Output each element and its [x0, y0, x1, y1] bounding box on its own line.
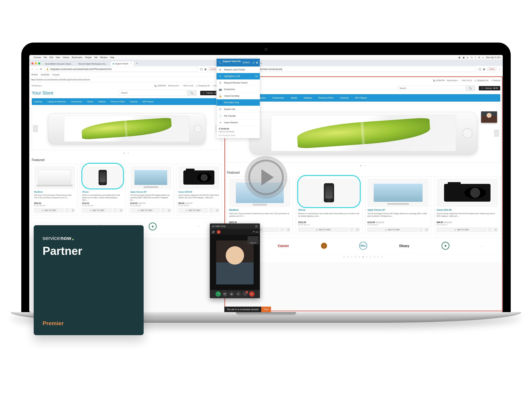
shopping-cart-link[interactable]: 🛒 Shopping Cart: [474, 79, 488, 81]
apps-shortcut[interactable]: ⊞ Apps: [32, 73, 38, 76]
tool-leave-session[interactable]: ⇥Leave Session: [216, 119, 260, 126]
search-input[interactable]: [119, 90, 187, 96]
nav-item[interactable]: MP3 Players: [352, 94, 370, 101]
settings-icon[interactable]: ⚙: [256, 61, 258, 64]
menubar-item[interactable]: Bookmarks: [72, 56, 82, 59]
nav-item[interactable]: Laptops & Notebooks: [45, 98, 69, 105]
product-card[interactable]: iPhone iPhone is a revolutionary new mob…: [296, 176, 362, 234]
nav-item[interactable]: Components: [269, 94, 287, 101]
nav-item[interactable]: Tablets: [84, 98, 95, 105]
cart-button[interactable]: 🛒 0 item(s) - $0.00: [479, 86, 500, 90]
carousel-next-icon[interactable]: ›: [481, 245, 482, 247]
battery-icon[interactable]: ▭: [482, 56, 484, 59]
product-card[interactable]: Apple Cinema 30" The 30-inch Apple Cinem…: [365, 176, 431, 234]
compare-icon[interactable]: ⇄: [70, 208, 75, 213]
compare-icon[interactable]: ⇄: [424, 228, 429, 232]
expand-icon[interactable]: ⤢: [253, 61, 254, 64]
wishlist-icon[interactable]: ♡: [349, 228, 354, 232]
browser-tab[interactable]: Record | Agent Workspace | Sc…: [76, 62, 110, 66]
reload-icon[interactable]: ⟳: [40, 68, 42, 71]
nav-item[interactable]: Cameras: [337, 94, 352, 101]
brand-logo-dell[interactable]: DELL: [359, 242, 367, 250]
mic-button[interactable]: 🎤: [215, 291, 221, 297]
window-controls[interactable]: [32, 63, 40, 64]
add-to-cart-button[interactable]: 🛒 ADD TO CART: [130, 208, 160, 213]
panel-header[interactable]: 🔧 Support Tools Pin : 625843 ⤢ ⚙: [216, 59, 260, 66]
tool-system-info[interactable]: ⓘSystem Info: [216, 106, 260, 113]
close-icon[interactable]: ×: [131, 63, 132, 65]
brand-logo-canon[interactable]: Canon: [278, 244, 289, 248]
tool-unlock-scrolling[interactable]: 🔓Unlock Scrolling: [216, 93, 260, 99]
close-icon[interactable]: ×: [255, 225, 258, 228]
nav-item[interactable]: Phones & PDAs: [108, 98, 127, 105]
add-to-cart-button[interactable]: 🛒 ADD TO CART: [298, 228, 348, 232]
video-chat-window[interactable]: 📹 Video Chat × 🔗 ● 🎤 Joe Steve S 🎤: [210, 223, 260, 298]
clock[interactable]: Mon Apr 5 18:4: [486, 56, 500, 59]
wishlist-icon[interactable]: ♡: [209, 208, 214, 213]
forward-icon[interactable]: →: [35, 68, 38, 70]
store-logo[interactable]: Your Store: [32, 90, 53, 96]
carousel-dots[interactable]: ● ○: [32, 150, 222, 155]
bluetooth-icon[interactable]: ᛒ: [475, 56, 476, 59]
my-account-link[interactable]: My Account ▾: [447, 79, 457, 81]
wishlist-link[interactable]: ♡ Wish List (0): [460, 79, 472, 81]
bookmark-item[interactable]: Console: [52, 74, 59, 76]
more-button[interactable]: ⋯: [242, 291, 248, 297]
tool-highlighter[interactable]: ✎Highlighter is ONON: [216, 73, 260, 80]
product-card[interactable]: iPhone iPhone is a revolutionary new mob…: [80, 164, 125, 215]
tool-laser-pointer[interactable]: ➤Request Laser Pointer: [216, 66, 260, 73]
add-to-cart-button[interactable]: 🛒 ADD TO CART: [437, 228, 487, 232]
menubar-item[interactable]: Help: [110, 56, 114, 59]
nav-item[interactable]: Software: [300, 94, 315, 101]
shopping-cart-link[interactable]: 🛒 Shopping Cart: [196, 85, 210, 87]
bookmark-item[interactable]: Ven05266: [41, 74, 50, 76]
pip-video-thumbnail[interactable]: [481, 111, 497, 123]
browser-tab[interactable]: ScreenMeet | Account | Servic…: [43, 62, 75, 66]
status-icon[interactable]: ▣: [463, 56, 465, 59]
status-icon[interactable]: ⌥: [470, 56, 473, 59]
add-to-cart-button[interactable]: 🛒 ADD TO CART: [82, 208, 112, 213]
product-card[interactable]: Canon EOS 5D Canon's press material for …: [434, 176, 500, 234]
wishlist-icon[interactable]: ♡: [65, 208, 69, 213]
nav-item[interactable]: Tablets: [287, 94, 300, 101]
extension-icon[interactable]: ◳: [200, 68, 203, 71]
compare-icon[interactable]: ⇄: [355, 228, 360, 232]
wishlist-link[interactable]: ♡ Wish List (0): [181, 85, 193, 87]
nav-item[interactable]: Desktops: [32, 98, 45, 105]
address-bar[interactable]: 🔒cbdemo-sn.screenmeet.com/assist.php: [239, 67, 477, 71]
tool-screenshot[interactable]: 📷Screenshot: [216, 86, 260, 93]
screen-share-button[interactable]: 🖥: [229, 291, 234, 297]
play-button-overlay[interactable]: [245, 156, 287, 199]
wishlist-icon[interactable]: ♡: [161, 208, 166, 213]
record-icon[interactable]: ●: [217, 230, 221, 234]
add-to-cart-button[interactable]: 🛒 ADD TO CART: [34, 208, 64, 213]
search-button[interactable]: 🔍: [187, 90, 197, 96]
compare-icon[interactable]: ⇄: [215, 208, 219, 213]
new-tab-button[interactable]: +: [135, 61, 139, 66]
menubar-item[interactable]: Window: [100, 56, 108, 59]
menubar-app[interactable]: Chrome: [33, 56, 41, 59]
nav-item[interactable]: Software: [95, 98, 108, 105]
brand-logo-disney[interactable]: Disney: [399, 244, 410, 248]
camera-button[interactable]: 📷: [222, 291, 228, 297]
status-icon[interactable]: ◧: [459, 56, 461, 59]
compare-icon[interactable]: ⇄: [119, 208, 123, 213]
menu-icon[interactable]: ⋮: [498, 68, 501, 71]
currency-selector[interactable]: $ Currency ▾: [32, 85, 42, 87]
product-card[interactable]: Canon EOS 5D Canon's press material for …: [176, 164, 222, 215]
brand-logo-starbucks[interactable]: ★: [149, 222, 157, 230]
back-icon[interactable]: ←: [31, 68, 34, 70]
add-to-cart-button[interactable]: 🛒 ADD TO CART: [178, 208, 208, 213]
nav-item[interactable]: MP3 Players: [140, 98, 156, 105]
carousel-next-icon[interactable]: ›: [198, 225, 199, 228]
product-card[interactable]: MacBook Intel Core 2 Duo processor Power…: [32, 164, 77, 215]
search-button[interactable]: 🔍: [465, 85, 475, 91]
carousel-next-icon[interactable]: ›: [494, 130, 499, 137]
embedded-url-bar[interactable]: https://cbdemo-sn.screenmeet.com/index.p…: [29, 77, 224, 82]
draw-button[interactable]: ✎: [236, 291, 241, 297]
video-chat-titlebar[interactable]: 📹 Video Chat ×: [210, 224, 260, 229]
nav-item[interactable]: Cameras: [127, 98, 140, 105]
wishlist-icon[interactable]: ♡: [113, 208, 118, 213]
link-icon[interactable]: 🔗: [211, 230, 215, 234]
extension-icon[interactable]: ◉: [204, 68, 207, 71]
